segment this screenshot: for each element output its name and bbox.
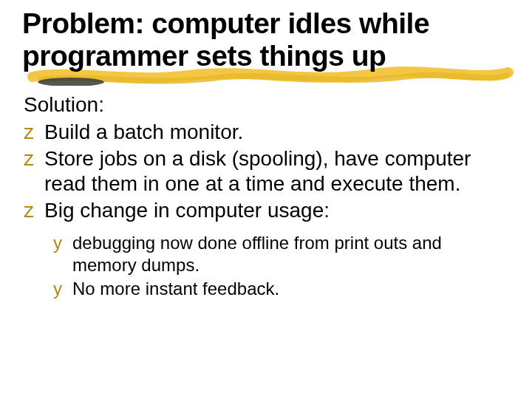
svg-point-0 — [38, 78, 104, 86]
bullet-glyph: y — [53, 278, 72, 300]
sub-bullet-text: No more instant feedback. — [72, 278, 510, 300]
bullet-glyph: z — [24, 146, 44, 197]
bullet-glyph: y — [53, 232, 72, 276]
title-block: Problem: computer idles while programmer… — [22, 7, 510, 72]
bullet-item: z Store jobs on a disk (spooling), have … — [24, 146, 510, 197]
sub-list: y debugging now done offline from print … — [22, 232, 510, 300]
sub-bullet-item: y No more instant feedback. — [53, 278, 510, 300]
sub-bullet-text: debugging now done offline from print ou… — [72, 232, 510, 276]
sub-bullet-item: y debugging now done offline from print … — [53, 232, 510, 276]
bullet-text: Build a batch monitor. — [44, 120, 510, 145]
lead-line: Solution: — [24, 92, 510, 117]
body-text: Solution: z Build a batch monitor. z Sto… — [22, 92, 510, 300]
bullet-text: Store jobs on a disk (spooling), have co… — [44, 146, 510, 197]
bullet-item: z Build a batch monitor. — [24, 120, 510, 145]
bullet-glyph: z — [24, 120, 44, 145]
bullet-item: z Big change in computer usage: — [24, 198, 510, 223]
slide: Problem: computer idles while programmer… — [0, 0, 532, 399]
slide-title: Problem: computer idles while programmer… — [22, 7, 510, 72]
bullet-text: Big change in computer usage: — [44, 198, 510, 223]
bullet-glyph: z — [24, 198, 44, 223]
